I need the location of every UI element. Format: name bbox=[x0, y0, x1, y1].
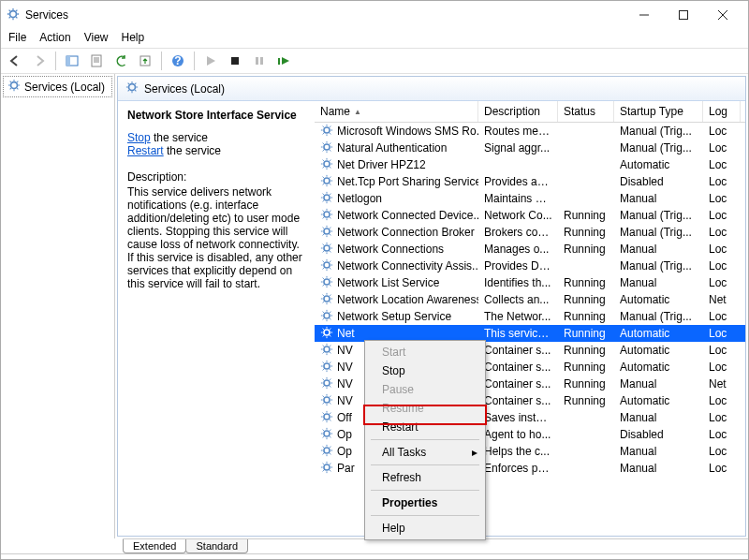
ctx-resume: Resume bbox=[367, 399, 483, 418]
svg-point-14 bbox=[324, 126, 330, 132]
svg-point-29 bbox=[324, 379, 330, 385]
context-menu: Start Stop Pause Resume Restart All Task… bbox=[364, 340, 486, 540]
stop-service-button[interactable] bbox=[225, 51, 245, 71]
service-icon bbox=[320, 258, 333, 274]
service-row[interactable]: Microsoft Windows SMS Ro...Routes mes...… bbox=[315, 123, 745, 140]
service-row[interactable]: Network Connectivity Assis...Provides Di… bbox=[315, 258, 745, 274]
svg-rect-8 bbox=[231, 57, 239, 65]
service-icon bbox=[320, 427, 333, 443]
svg-point-25 bbox=[324, 312, 330, 317]
gear-icon bbox=[125, 81, 139, 96]
description-body: This service delivers network notificati… bbox=[127, 185, 305, 290]
detail-pane: Network Store Interface Service Stop the… bbox=[118, 101, 315, 536]
sort-asc-icon: ▲ bbox=[354, 108, 361, 116]
service-icon bbox=[320, 292, 333, 308]
window-title: Services bbox=[25, 8, 68, 22]
ctx-all-tasks[interactable]: All Tasks▸ bbox=[367, 443, 483, 462]
show-hide-tree-button[interactable] bbox=[62, 51, 82, 71]
service-row[interactable]: Network Connection BrokerBrokers con...R… bbox=[315, 224, 745, 241]
service-row[interactable]: Network ConnectionsManages o...RunningMa… bbox=[315, 241, 745, 258]
ctx-restart[interactable]: Restart bbox=[367, 418, 483, 436]
description-heading: Description: bbox=[127, 170, 305, 184]
menu-bar: File Action View Help bbox=[1, 29, 748, 48]
svg-point-22 bbox=[324, 261, 330, 267]
properties-button[interactable] bbox=[86, 51, 107, 71]
column-headers: Name▲ Description Status Startup Type Lo… bbox=[315, 101, 745, 123]
ctx-start: Start bbox=[367, 343, 483, 361]
service-icon bbox=[320, 208, 333, 224]
service-icon bbox=[320, 124, 333, 140]
svg-rect-10 bbox=[260, 57, 263, 65]
svg-rect-3 bbox=[66, 56, 70, 66]
tab-standard[interactable]: Standard bbox=[185, 539, 248, 553]
service-row[interactable]: Natural AuthenticationSignal aggr...Manu… bbox=[315, 140, 745, 156]
svg-rect-11 bbox=[278, 58, 280, 65]
refresh-button[interactable] bbox=[110, 51, 131, 71]
back-button[interactable] bbox=[5, 51, 25, 71]
svg-point-27 bbox=[324, 346, 330, 351]
svg-rect-1 bbox=[680, 11, 688, 20]
service-row[interactable]: NetlogonMaintains a ...ManualLoc bbox=[315, 190, 745, 207]
svg-point-26 bbox=[324, 329, 330, 334]
console-tree[interactable]: Services (Local) bbox=[1, 74, 115, 538]
svg-point-28 bbox=[324, 362, 330, 368]
export-button[interactable] bbox=[135, 51, 155, 71]
panel-title: Services (Local) bbox=[144, 82, 225, 96]
service-row[interactable]: Network List ServiceIdentifies th...Runn… bbox=[315, 274, 745, 291]
start-service-button[interactable] bbox=[200, 51, 221, 71]
col-description[interactable]: Description bbox=[478, 101, 558, 122]
col-logon[interactable]: Log bbox=[703, 101, 741, 122]
col-status[interactable]: Status bbox=[558, 101, 614, 122]
maximize-button[interactable] bbox=[664, 2, 703, 28]
title-bar: Services bbox=[1, 1, 748, 29]
menu-help[interactable]: Help bbox=[122, 31, 145, 44]
service-icon bbox=[320, 360, 333, 376]
menu-view[interactable]: View bbox=[84, 31, 109, 44]
svg-point-17 bbox=[324, 177, 330, 183]
restart-service-link[interactable]: Restart bbox=[127, 144, 164, 157]
svg-point-16 bbox=[324, 160, 330, 166]
service-icon bbox=[320, 140, 333, 156]
selected-service-title: Network Store Interface Service bbox=[127, 109, 297, 122]
tab-extended[interactable]: Extended bbox=[123, 539, 186, 553]
service-row[interactable]: Network Connected Device...Network Co...… bbox=[315, 207, 745, 224]
svg-point-15 bbox=[324, 143, 330, 149]
svg-point-30 bbox=[324, 396, 330, 402]
status-bar bbox=[1, 553, 748, 560]
service-icon bbox=[320, 157, 333, 173]
ctx-help[interactable]: Help bbox=[367, 519, 483, 538]
service-row[interactable]: Network Setup ServiceThe Networ...Runnin… bbox=[315, 308, 745, 325]
service-icon bbox=[320, 191, 333, 207]
service-row[interactable]: Net.Tcp Port Sharing ServiceProvides abi… bbox=[315, 173, 745, 190]
svg-rect-4 bbox=[92, 55, 101, 66]
forward-button[interactable] bbox=[29, 51, 50, 71]
stop-service-link[interactable]: Stop bbox=[127, 131, 151, 144]
service-icon bbox=[320, 309, 333, 325]
svg-point-24 bbox=[324, 295, 330, 301]
tree-item-services-local[interactable]: Services (Local) bbox=[3, 76, 112, 97]
service-row[interactable]: Net Driver HPZ12AutomaticLoc bbox=[315, 156, 745, 173]
close-button[interactable] bbox=[703, 2, 742, 28]
panel-header: Services (Local) bbox=[118, 77, 745, 101]
minimize-button[interactable] bbox=[624, 2, 664, 28]
svg-point-32 bbox=[324, 430, 330, 435]
service-icon bbox=[320, 174, 333, 190]
ctx-stop[interactable]: Stop bbox=[367, 361, 483, 380]
menu-file[interactable]: File bbox=[8, 31, 26, 44]
service-icon bbox=[320, 225, 333, 241]
menu-action[interactable]: Action bbox=[39, 31, 70, 44]
services-app-icon bbox=[7, 7, 20, 23]
service-icon bbox=[320, 275, 333, 291]
ctx-refresh[interactable]: Refresh bbox=[367, 468, 483, 487]
svg-rect-9 bbox=[256, 57, 258, 65]
restart-service-button[interactable] bbox=[273, 51, 294, 71]
service-row[interactable]: Network Location AwarenessCollects an...… bbox=[315, 291, 745, 308]
ctx-properties[interactable]: Properties bbox=[367, 494, 483, 512]
col-name[interactable]: Name▲ bbox=[315, 101, 478, 122]
pause-service-button[interactable] bbox=[249, 51, 270, 71]
svg-point-0 bbox=[10, 10, 17, 17]
service-icon bbox=[320, 376, 333, 392]
col-startup-type[interactable]: Startup Type bbox=[614, 101, 703, 122]
help-button[interactable]: ? bbox=[168, 51, 188, 71]
tree-item-label: Services (Local) bbox=[24, 81, 105, 94]
